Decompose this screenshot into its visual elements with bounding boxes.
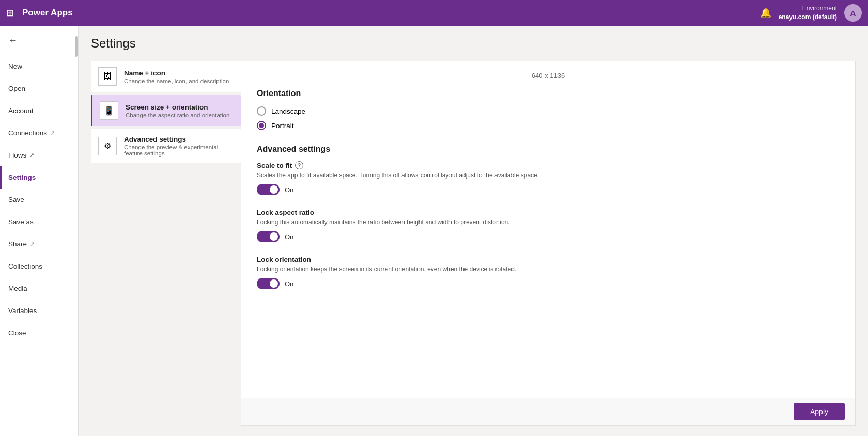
apply-button[interactable]: Apply — [794, 403, 845, 420]
sidebar-label-account: Account — [8, 107, 34, 115]
lock-orientation-toggle[interactable] — [257, 278, 280, 289]
sidebar-label-settings: Settings — [8, 174, 36, 181]
settings-container: Settings 🖼 Name + icon Change the name, … — [79, 26, 868, 436]
apply-bar: Apply — [241, 398, 855, 425]
lock-orientation-knob — [270, 279, 278, 288]
sidebar-label-save: Save — [8, 196, 24, 204]
name-icon-text: Name + icon Change the name, icon, and d… — [124, 69, 229, 84]
sidebar-label-new: New — [8, 63, 22, 70]
sidebar-item-connections[interactable]: Connections ↗ — [0, 122, 78, 144]
orientation-group: Landscape Portrait — [257, 106, 840, 130]
environment-name: enayu.com (default) — [779, 13, 837, 22]
advanced-desc: Change the preview & experimental featur… — [124, 144, 234, 157]
notification-icon[interactable]: 🔔 — [760, 7, 771, 19]
landscape-label: Landscape — [271, 107, 305, 115]
sidebar-item-settings[interactable]: Settings — [0, 166, 78, 189]
sidebar-label-open: Open — [8, 85, 25, 92]
external-link-icon-flows: ↗ — [29, 152, 34, 159]
sidebar-label-connections: Connections — [8, 129, 47, 137]
settings-detail: 640 x 1136 Orientation Landscape Portrai… — [241, 61, 856, 426]
external-link-icon-share: ↗ — [30, 241, 35, 247]
back-icon: ← — [8, 35, 18, 46]
settings-body: 🖼 Name + icon Change the name, icon, and… — [91, 61, 856, 426]
sidebar-label-share: Share — [8, 240, 27, 248]
sidebar-label-media: Media — [8, 285, 27, 292]
sidebar-label-variables: Variables — [8, 307, 37, 315]
topbar: ⊞ Power Apps 🔔 Environment enayu.com (de… — [0, 0, 868, 26]
lock-aspect-knob — [270, 232, 278, 241]
sidebar-label-save-as: Save as — [8, 218, 34, 226]
main-layout: ← New Open Account Connections ↗ Flows ↗… — [0, 26, 868, 436]
sidebar: ← New Open Account Connections ↗ Flows ↗… — [0, 26, 79, 436]
screen-size-title: Screen size + orientation — [126, 103, 229, 111]
portrait-radio[interactable] — [257, 121, 266, 130]
sidebar-label-collections: Collections — [8, 262, 42, 270]
scale-to-fit-knob — [270, 185, 278, 194]
lock-orientation-block: Lock orientation Locking orientation kee… — [257, 256, 840, 289]
content-area: Settings 🖼 Name + icon Change the name, … — [79, 26, 868, 436]
detail-scroll: 640 x 1136 Orientation Landscape Portrai… — [241, 61, 855, 398]
lock-aspect-toggle-row: On — [257, 231, 840, 242]
portrait-option[interactable]: Portrait — [257, 121, 840, 130]
grid-icon[interactable]: ⊞ — [6, 7, 14, 19]
environment-info: Environment enayu.com (default) — [779, 4, 837, 22]
category-screen-size[interactable]: 📱 Screen size + orientation Change the a… — [91, 95, 241, 126]
scale-to-fit-state: On — [285, 186, 293, 194]
app-title: Power Apps — [22, 8, 755, 18]
sidebar-item-collections[interactable]: Collections — [0, 255, 78, 277]
external-link-icon: ↗ — [50, 130, 55, 136]
category-name-icon[interactable]: 🖼 Name + icon Change the name, icon, and… — [91, 61, 241, 92]
sidebar-item-new[interactable]: New — [0, 55, 78, 77]
portrait-label: Portrait — [271, 122, 294, 130]
sidebar-item-save-as[interactable]: Save as — [0, 211, 78, 233]
name-icon-icon: 🖼 — [98, 67, 117, 86]
sidebar-item-share[interactable]: Share ↗ — [0, 233, 78, 255]
sidebar-scrollbar[interactable] — [75, 36, 78, 57]
screen-size-desc: Change the aspect ratio and orientation — [126, 112, 229, 118]
advanced-section-title: Advanced settings — [257, 145, 840, 154]
sidebar-item-save[interactable]: Save — [0, 189, 78, 211]
lock-orientation-state: On — [285, 280, 293, 288]
lock-aspect-state: On — [285, 233, 293, 241]
dimensions-label: 640 x 1136 — [257, 72, 840, 80]
orientation-title: Orientation — [257, 89, 840, 98]
avatar[interactable]: A — [844, 4, 862, 22]
lock-aspect-desc: Locking this automatically maintains the… — [257, 217, 840, 227]
back-button[interactable]: ← — [0, 26, 78, 55]
lock-aspect-name: Lock aspect ratio — [257, 209, 840, 216]
settings-categories: 🖼 Name + icon Change the name, icon, and… — [91, 61, 241, 426]
name-icon-desc: Change the name, icon, and description — [124, 78, 229, 84]
sidebar-label-flows: Flows — [8, 151, 26, 159]
scale-to-fit-block: Scale to fit ? Scales the app to fit ava… — [257, 161, 840, 195]
name-icon-title: Name + icon — [124, 69, 229, 77]
screen-size-text: Screen size + orientation Change the asp… — [126, 103, 229, 118]
advanced-icon: ⚙ — [98, 137, 117, 155]
page-title: Settings — [91, 36, 856, 51]
topbar-right: 🔔 Environment enayu.com (default) A — [760, 4, 862, 22]
sidebar-item-close[interactable]: Close — [0, 322, 78, 344]
landscape-radio[interactable] — [257, 106, 266, 116]
lock-orientation-toggle-row: On — [257, 278, 840, 289]
sidebar-item-flows[interactable]: Flows ↗ — [0, 144, 78, 166]
scale-to-fit-name: Scale to fit ? — [257, 161, 840, 169]
advanced-title: Advanced settings — [124, 135, 234, 143]
sidebar-item-variables[interactable]: Variables — [0, 300, 78, 322]
sidebar-label-close: Close — [8, 329, 26, 337]
lock-aspect-block: Lock aspect ratio Locking this automatic… — [257, 209, 840, 242]
lock-aspect-toggle[interactable] — [257, 231, 280, 242]
screen-size-icon: 📱 — [100, 101, 118, 120]
category-advanced[interactable]: ⚙ Advanced settings Change the preview &… — [91, 129, 241, 163]
lock-orientation-desc: Locking orientation keeps the screen in … — [257, 264, 840, 274]
scale-to-fit-desc: Scales the app to fit available space. T… — [257, 170, 840, 180]
lock-orientation-name: Lock orientation — [257, 256, 840, 263]
sidebar-item-open[interactable]: Open — [0, 77, 78, 100]
landscape-option[interactable]: Landscape — [257, 106, 840, 116]
scale-to-fit-toggle-row: On — [257, 184, 840, 195]
scale-to-fit-toggle[interactable] — [257, 184, 280, 195]
sidebar-item-account[interactable]: Account — [0, 100, 78, 122]
scale-to-fit-help[interactable]: ? — [295, 161, 303, 169]
advanced-text: Advanced settings Change the preview & e… — [124, 135, 234, 157]
sidebar-item-media[interactable]: Media — [0, 277, 78, 300]
environment-label: Environment — [779, 4, 837, 13]
